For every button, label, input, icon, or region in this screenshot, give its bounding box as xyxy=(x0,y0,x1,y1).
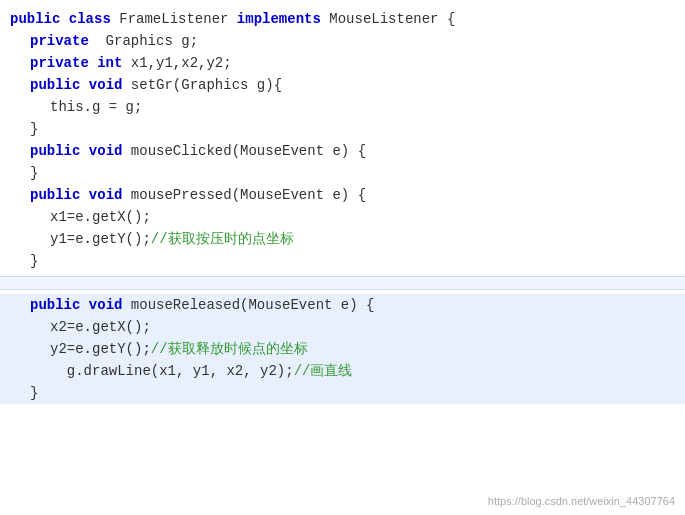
code-text: mouseClicked(MouseEvent e) { xyxy=(122,143,366,159)
keyword: private xyxy=(30,33,89,49)
code-text: x1,y1,x2,y2; xyxy=(122,55,231,71)
keyword: int xyxy=(97,55,122,71)
code-block-2: public void mousePressed(MouseEvent e) {… xyxy=(0,184,685,272)
code-text: this.g = g; xyxy=(50,99,142,115)
section-separator xyxy=(0,276,685,290)
comment-text: //获取释放时候点的坐标 xyxy=(151,341,308,357)
code-text xyxy=(80,297,88,313)
code-text xyxy=(80,77,88,93)
code-line: public void mousePressed(MouseEvent e) { xyxy=(10,184,675,206)
keyword: implements xyxy=(237,11,321,27)
comment-text: //画直线 xyxy=(294,363,353,379)
keyword: void xyxy=(89,143,123,159)
code-line: g.drawLine(x1, y1, x2, y2);//画直线 xyxy=(10,360,675,382)
code-text: y1=e.getY(); xyxy=(50,231,151,247)
code-text xyxy=(80,143,88,159)
code-line: public void mouseReleased(MouseEvent e) … xyxy=(10,294,675,316)
code-text: FrameListener xyxy=(111,11,237,27)
code-text: x1=e.getX(); xyxy=(50,209,151,225)
code-line: y2=e.getY();//获取释放时候点的坐标 xyxy=(10,338,675,360)
code-text: y2=e.getY(); xyxy=(50,341,151,357)
code-text xyxy=(89,55,97,71)
watermark: https://blog.csdn.net/weixin_44307764 xyxy=(488,495,675,507)
code-container: public class FrameListener implements Mo… xyxy=(0,0,685,515)
code-text: x2=e.getX(); xyxy=(50,319,151,335)
code-text: mousePressed(MouseEvent e) { xyxy=(122,187,366,203)
code-line: } xyxy=(10,118,675,140)
code-block-1: public class FrameListener implements Mo… xyxy=(0,8,685,184)
code-line: } xyxy=(10,382,675,404)
keyword: void xyxy=(89,187,123,203)
code-text: mouseReleased(MouseEvent e) { xyxy=(122,297,374,313)
keyword: void xyxy=(89,297,123,313)
code-line: y1=e.getY();//获取按压时的点坐标 xyxy=(10,228,675,250)
keyword: public xyxy=(30,143,80,159)
code-text: } xyxy=(30,253,38,269)
code-line: private Graphics g; xyxy=(10,30,675,52)
keyword: void xyxy=(89,77,123,93)
keyword: public xyxy=(30,187,80,203)
keyword: private xyxy=(30,55,89,71)
keyword: public xyxy=(30,77,80,93)
code-text: setGr(Graphics g){ xyxy=(122,77,282,93)
code-text: g.drawLine(x1, y1, x2, y2); xyxy=(50,363,294,379)
code-text: } xyxy=(30,165,38,181)
code-text: Graphics g; xyxy=(89,33,198,49)
code-line: public class FrameListener implements Mo… xyxy=(10,8,675,30)
code-line: public void setGr(Graphics g){ xyxy=(10,74,675,96)
code-line: x1=e.getX(); xyxy=(10,206,675,228)
keyword: public xyxy=(30,297,80,313)
code-block-3: public void mouseReleased(MouseEvent e) … xyxy=(0,294,685,404)
code-line: private int x1,y1,x2,y2; xyxy=(10,52,675,74)
code-line: } xyxy=(10,250,675,272)
code-text: } xyxy=(30,121,38,137)
code-line: this.g = g; xyxy=(10,96,675,118)
code-line: } xyxy=(10,162,675,184)
code-text: MouseListener { xyxy=(321,11,455,27)
code-line: x2=e.getX(); xyxy=(10,316,675,338)
code-text: } xyxy=(30,385,38,401)
keyword: public class xyxy=(10,11,111,27)
code-text xyxy=(80,187,88,203)
code-line: public void mouseClicked(MouseEvent e) { xyxy=(10,140,675,162)
comment-text: //获取按压时的点坐标 xyxy=(151,231,294,247)
